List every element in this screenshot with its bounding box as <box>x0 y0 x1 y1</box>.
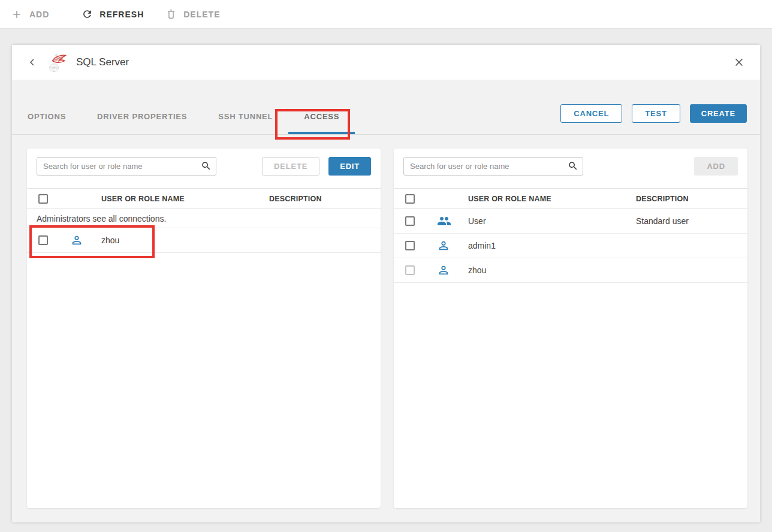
select-all-checkbox[interactable] <box>405 194 415 204</box>
column-header-description: DESCRIPTION <box>636 195 747 203</box>
tab-ssh-tunnel[interactable]: SSH TUNNEL <box>203 98 288 134</box>
admin-info-text: Administrators see all connections. <box>37 214 166 223</box>
tab-options[interactable]: OPTIONS <box>28 98 82 134</box>
tab-access[interactable]: ACCESS <box>288 98 355 134</box>
row-checkbox-disabled <box>405 265 415 275</box>
delete-button[interactable]: DELETE <box>165 8 220 20</box>
column-header-name: USER OR ROLE NAME <box>101 195 269 203</box>
dialog-header: SQL Server <box>12 45 760 80</box>
tab-driver-properties[interactable]: DRIVER PROPERTIES <box>82 98 203 134</box>
row-description: Standard user <box>636 216 747 226</box>
table-row-zhou[interactable]: zhou <box>27 228 381 253</box>
team-icon <box>437 214 451 228</box>
refresh-button-label: REFRESH <box>99 10 144 19</box>
search-icon <box>568 161 578 174</box>
granted-users-panel: DELETE EDIT USER OR ROLE NAME DESCRIPTIO… <box>27 149 381 508</box>
all-users-panel: ADD USER OR ROLE NAME DESCRIPTION User S… <box>394 149 747 508</box>
refresh-icon <box>82 8 93 20</box>
granted-users-search <box>37 157 216 176</box>
search-icon <box>201 161 212 174</box>
column-header-description: DESCRIPTION <box>269 195 381 203</box>
dialog-title: SQL Server <box>76 56 129 68</box>
add-button-label: ADD <box>29 10 49 19</box>
granted-users-table-header: USER OR ROLE NAME DESCRIPTION <box>27 188 381 209</box>
user-icon <box>437 239 450 252</box>
trash-icon <box>165 8 177 20</box>
row-checkbox[interactable] <box>405 241 415 250</box>
main-toolbar: ADD REFRESH DELETE <box>0 0 772 29</box>
dialog-actions: CANCEL TEST CREATE <box>560 104 747 123</box>
plus-icon <box>11 8 23 20</box>
dialog-tabbar: OPTIONS DRIVER PROPERTIES SSH TUNNEL ACC… <box>12 80 760 135</box>
table-row-zhou-all[interactable]: zhou <box>394 258 747 283</box>
cancel-button[interactable]: CANCEL <box>560 104 622 123</box>
granted-users-toolbar: DELETE EDIT <box>27 149 381 188</box>
row-name: zhou <box>101 235 269 245</box>
all-users-search-input[interactable] <box>403 157 583 176</box>
row-name: zhou <box>468 265 636 275</box>
test-button[interactable]: TEST <box>632 104 680 123</box>
back-chevron-icon[interactable] <box>27 57 38 68</box>
table-row-admin1[interactable]: admin1 <box>394 234 747 258</box>
all-users-search <box>403 157 583 176</box>
panel-add-button[interactable]: ADD <box>694 157 738 176</box>
user-icon <box>70 234 83 247</box>
panel-delete-button[interactable]: DELETE <box>262 157 319 176</box>
row-name: User <box>468 216 636 226</box>
delete-button-label: DELETE <box>183 10 220 19</box>
refresh-button[interactable]: REFRESH <box>82 8 144 20</box>
column-header-name: USER OR ROLE NAME <box>468 195 636 203</box>
row-checkbox[interactable] <box>405 216 415 226</box>
sql-server-logo <box>47 52 68 73</box>
table-row-user[interactable]: User Standard user <box>394 209 747 234</box>
admin-info-row: Administrators see all connections. <box>27 209 381 228</box>
row-checkbox[interactable] <box>38 235 48 245</box>
create-button[interactable]: CREATE <box>690 104 747 123</box>
add-button[interactable]: ADD <box>11 8 49 20</box>
granted-users-search-input[interactable] <box>37 157 216 176</box>
tabs: OPTIONS DRIVER PROPERTIES SSH TUNNEL ACC… <box>28 98 355 134</box>
close-icon[interactable] <box>733 56 745 68</box>
user-icon <box>437 264 450 277</box>
connection-dialog: SQL Server OPTIONS DRIVER PROPERTIES SSH… <box>12 45 760 522</box>
panel-edit-button[interactable]: EDIT <box>328 157 371 176</box>
granted-users-actions: DELETE EDIT <box>262 157 371 176</box>
all-users-table-header: USER OR ROLE NAME DESCRIPTION <box>394 188 747 209</box>
select-all-checkbox[interactable] <box>38 194 48 204</box>
all-users-actions: ADD <box>694 157 738 176</box>
all-users-toolbar: ADD <box>394 149 747 188</box>
access-tab-content: DELETE EDIT USER OR ROLE NAME DESCRIPTIO… <box>12 135 760 508</box>
row-name: admin1 <box>468 241 636 250</box>
